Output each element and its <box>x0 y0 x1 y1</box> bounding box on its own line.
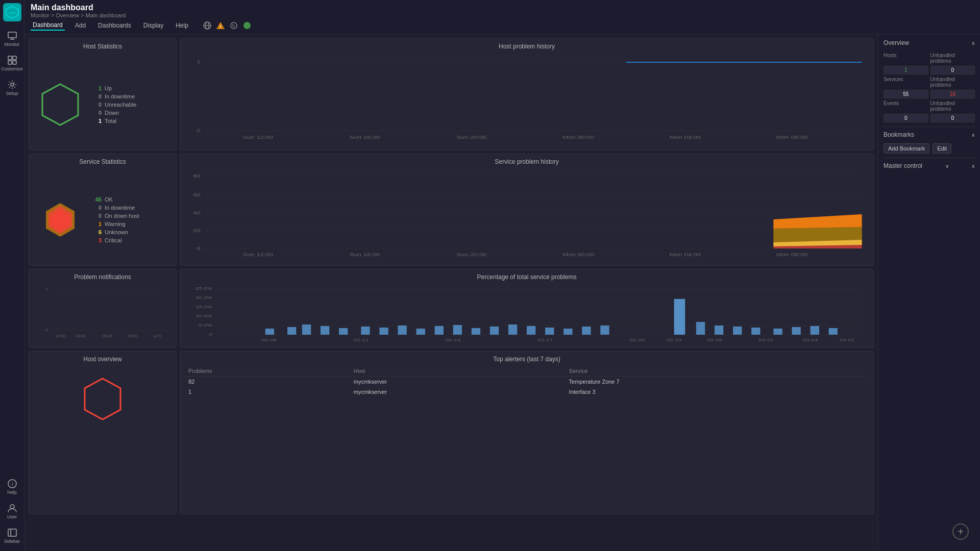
refresh-icon[interactable]: ↻ <box>229 21 238 30</box>
svg-text:Mon 04:00: Mon 04:00 <box>670 252 701 257</box>
service-statistics-title: Service Statistics <box>33 158 172 165</box>
sidebar-item-help[interactable]: i Help <box>0 474 24 499</box>
sidebar-item-user[interactable]: User <box>0 499 24 523</box>
master-control-title[interactable]: Master control ∨ <box>884 162 975 171</box>
sidebar-item-setup[interactable]: Setup <box>0 76 24 100</box>
table-row: 1 mycmkserver Interface 3 <box>184 387 869 397</box>
events-value: 0 <box>884 114 928 122</box>
svg-text:cmk: cmk <box>9 11 15 14</box>
svg-text:Mon 08:00: Mon 08:00 <box>776 135 807 140</box>
stat-unreachable: 0 Unreachable <box>89 101 168 109</box>
svg-rect-8 <box>13 61 16 64</box>
bookmarks-section: Bookmarks Add Bookmark Edit <box>884 127 975 154</box>
sidebar-item-customize[interactable]: Customize <box>0 51 24 76</box>
svg-rect-100 <box>715 325 723 335</box>
svg-rect-98 <box>674 299 685 335</box>
svg-rect-85 <box>379 328 388 335</box>
svg-text:15.0%: 15.0% <box>195 305 212 309</box>
svg-rect-96 <box>582 327 591 335</box>
svg-text:06:00: 06:00 <box>128 334 138 338</box>
nav-help[interactable]: Help <box>174 21 190 30</box>
svg-rect-88 <box>435 326 444 335</box>
circle-icon[interactable] <box>242 21 252 30</box>
sidebar-item-monitor[interactable]: Monitor <box>0 27 24 51</box>
svg-marker-23 <box>42 84 78 125</box>
svg-text:12:0: 12:0 <box>153 334 161 338</box>
host-statistics-panel: Host Statistics 1 Up 0 <box>29 38 177 151</box>
svg-point-9 <box>11 83 14 86</box>
host-overview-panel: Host overview <box>29 351 177 514</box>
svg-text:02-26: 02-26 <box>707 338 722 342</box>
sstat-critical: 3 Critical <box>89 236 168 244</box>
svg-text:20: 20 <box>193 228 200 233</box>
overview-section-title[interactable]: Overview <box>884 39 975 48</box>
svg-rect-103 <box>773 329 782 335</box>
sidebar-item-sidebar[interactable]: Sidebar <box>0 523 24 548</box>
svg-rect-97 <box>600 325 609 335</box>
svg-rect-7 <box>8 61 12 64</box>
nav-dashboard[interactable]: Dashboard <box>31 20 65 31</box>
right-panel: Overview Hosts Unhandled problems 1 0 Se… <box>878 34 980 551</box>
svg-rect-6 <box>13 56 16 60</box>
nav-display[interactable]: Display <box>141 21 165 30</box>
svg-rect-102 <box>751 328 760 335</box>
unhandled-label-2: Unhandled problems <box>930 77 975 88</box>
svg-rect-99 <box>696 322 705 335</box>
top-alerters-title: Top alerters (last 7 days) <box>184 356 869 363</box>
svg-text:Mon 04:00: Mon 04:00 <box>670 135 701 140</box>
service-problem-history-title: Service problem history <box>184 158 869 165</box>
svg-rect-104 <box>792 327 800 335</box>
page-title: Main dashboard <box>31 3 93 12</box>
nav-dashboards[interactable]: Dashboards <box>96 21 133 30</box>
nav-add[interactable]: Add <box>73 21 88 30</box>
host-problem-history-panel: Host problem history 1 0 Sun 12:00 Sun 1… <box>180 38 874 151</box>
pct-service-problems-panel: Percentage of total service problems 25.… <box>180 269 874 348</box>
topbar-nav: Dashboard Add Dashboards Display Help ! … <box>31 20 974 31</box>
stat-in-downtime: 0 In downtime <box>89 92 168 101</box>
svg-rect-5 <box>8 56 12 60</box>
svg-text:Sun 12:00: Sun 12:00 <box>243 252 273 257</box>
alerter-problems-0: 82 <box>184 377 350 387</box>
svg-rect-82 <box>321 326 329 335</box>
unhandled-label-3: Unhandled problems <box>930 101 975 112</box>
add-widget-button[interactable]: + <box>952 523 969 540</box>
svg-text:Sun 20:00: Sun 20:00 <box>456 135 486 140</box>
svg-text:03-01: 03-01 <box>758 338 774 342</box>
unhandled-label-1: Unhandled problems <box>930 53 975 64</box>
top-alerters-panel: Top alerters (last 7 days) Problems Host… <box>180 351 874 514</box>
hosts-value: 1 <box>884 66 928 74</box>
svg-text:0: 0 <box>209 332 212 337</box>
svg-rect-91 <box>490 327 499 335</box>
hosts-label: Hosts <box>884 53 928 64</box>
sstat-unknown: 6 Unknown <box>89 228 168 236</box>
svg-text:Mon 00:00: Mon 00:00 <box>562 135 594 140</box>
svg-text:Sun 16:00: Sun 16:00 <box>350 135 380 140</box>
svg-text:12:00: 12:00 <box>56 334 66 338</box>
app-logo: cmk <box>3 3 21 21</box>
content-area: Host Statistics 1 Up 0 <box>24 34 980 551</box>
alerter-service-1: Interface 3 <box>565 387 869 397</box>
problem-notifications-panel: Problem notifications 1 0 12:00 18:00 03… <box>29 269 177 348</box>
host-hexagon <box>37 82 83 128</box>
topbar: Main dashboard Monitor > Overview > Main… <box>24 0 980 34</box>
bookmarks-title[interactable]: Bookmarks <box>884 131 975 140</box>
globe-icon[interactable] <box>203 21 212 30</box>
add-bookmark-button[interactable]: Add Bookmark <box>884 143 929 154</box>
svg-marker-117 <box>85 379 120 419</box>
edit-bookmark-button[interactable]: Edit <box>933 143 951 154</box>
svg-rect-93 <box>527 326 535 335</box>
services-unhandled: 10 <box>930 90 975 98</box>
svg-text:i: i <box>11 481 12 487</box>
master-control-chevron: ∨ <box>945 163 949 169</box>
svg-rect-95 <box>564 329 572 335</box>
svg-text:Sun 20:00: Sun 20:00 <box>456 252 486 257</box>
warning-icon[interactable]: ! <box>216 21 225 30</box>
svg-text:!: ! <box>219 24 221 29</box>
bookmark-buttons: Add Bookmark Edit <box>884 143 975 154</box>
svg-text:1: 1 <box>46 287 48 291</box>
stat-up: 1 Up <box>89 84 168 92</box>
main-area: Main dashboard Monitor > Overview > Main… <box>24 0 980 551</box>
events-unhandled: 0 <box>930 114 975 122</box>
svg-rect-2 <box>8 32 16 38</box>
svg-text:0: 0 <box>197 246 201 251</box>
